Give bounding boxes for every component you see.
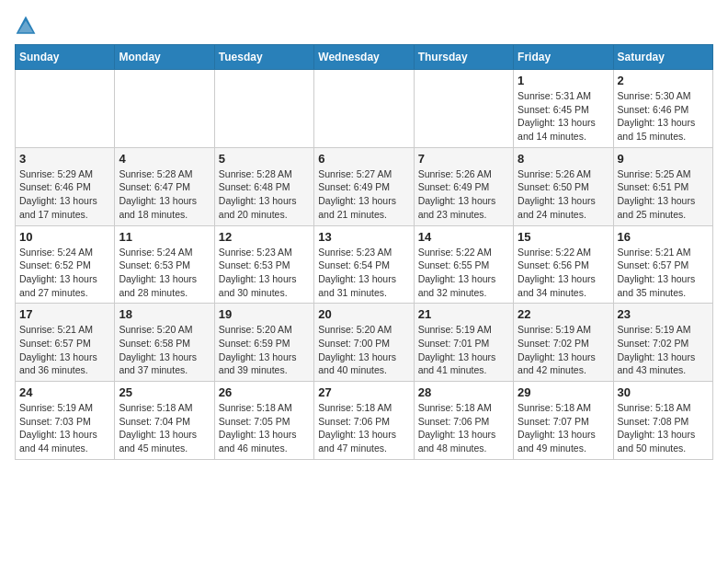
day-detail: Sunrise: 5:19 AM Sunset: 7:03 PM Dayligh… — [19, 401, 110, 455]
day-detail: Sunrise: 5:27 AM Sunset: 6:49 PM Dayligh… — [318, 167, 409, 222]
day-number: 17 — [19, 307, 110, 321]
weekday-header-friday: Friday — [514, 45, 613, 70]
day-number: 15 — [518, 230, 609, 244]
calendar-cell — [314, 70, 414, 148]
day-number: 6 — [318, 152, 409, 166]
day-number: 28 — [418, 385, 509, 399]
day-detail: Sunrise: 5:20 AM Sunset: 6:59 PM Dayligh… — [219, 323, 310, 377]
calendar-cell: 29Sunrise: 5:18 AM Sunset: 7:07 PM Dayli… — [514, 382, 613, 460]
calendar-cell: 30Sunrise: 5:18 AM Sunset: 7:08 PM Dayli… — [613, 382, 712, 460]
day-number: 18 — [119, 307, 210, 321]
weekday-header-monday: Monday — [115, 45, 214, 70]
calendar-cell: 1Sunrise: 5:31 AM Sunset: 6:45 PM Daylig… — [514, 70, 613, 148]
day-number: 25 — [119, 385, 210, 399]
day-number: 13 — [318, 230, 409, 244]
week-row-3: 10Sunrise: 5:24 AM Sunset: 6:52 PM Dayli… — [16, 225, 713, 304]
day-detail: Sunrise: 5:18 AM Sunset: 7:06 PM Dayligh… — [318, 401, 409, 455]
day-detail: Sunrise: 5:24 AM Sunset: 6:52 PM Dayligh… — [19, 246, 110, 300]
day-detail: Sunrise: 5:30 AM Sunset: 6:46 PM Dayligh… — [618, 89, 709, 144]
day-number: 16 — [618, 230, 709, 244]
day-number: 19 — [219, 307, 310, 321]
calendar-cell: 22Sunrise: 5:19 AM Sunset: 7:02 PM Dayli… — [514, 304, 613, 382]
calendar-cell: 17Sunrise: 5:21 AM Sunset: 6:57 PM Dayli… — [16, 304, 115, 382]
day-number: 5 — [219, 152, 310, 166]
week-row-2: 3Sunrise: 5:29 AM Sunset: 6:46 PM Daylig… — [16, 147, 713, 225]
day-detail: Sunrise: 5:26 AM Sunset: 6:49 PM Dayligh… — [418, 167, 509, 222]
day-number: 2 — [618, 74, 709, 87]
calendar-cell: 16Sunrise: 5:21 AM Sunset: 6:57 PM Dayli… — [613, 225, 712, 304]
calendar-cell: 18Sunrise: 5:20 AM Sunset: 6:58 PM Dayli… — [115, 304, 214, 382]
calendar-cell: 26Sunrise: 5:18 AM Sunset: 7:05 PM Dayli… — [214, 382, 313, 460]
day-detail: Sunrise: 5:18 AM Sunset: 7:08 PM Dayligh… — [618, 401, 709, 455]
weekday-header-row: SundayMondayTuesdayWednesdayThursdayFrid… — [16, 45, 713, 70]
day-detail: Sunrise: 5:18 AM Sunset: 7:04 PM Dayligh… — [119, 401, 210, 455]
calendar-cell: 4Sunrise: 5:28 AM Sunset: 6:47 PM Daylig… — [115, 147, 214, 225]
calendar-cell: 23Sunrise: 5:19 AM Sunset: 7:02 PM Dayli… — [613, 304, 712, 382]
calendar-cell: 12Sunrise: 5:23 AM Sunset: 6:53 PM Dayli… — [214, 225, 313, 304]
day-detail: Sunrise: 5:20 AM Sunset: 6:58 PM Dayligh… — [119, 323, 210, 377]
week-row-5: 24Sunrise: 5:19 AM Sunset: 7:03 PM Dayli… — [16, 382, 713, 460]
calendar-cell: 9Sunrise: 5:25 AM Sunset: 6:51 PM Daylig… — [613, 147, 712, 225]
day-detail: Sunrise: 5:22 AM Sunset: 6:56 PM Dayligh… — [518, 246, 609, 300]
calendar-cell: 8Sunrise: 5:26 AM Sunset: 6:50 PM Daylig… — [514, 147, 613, 225]
day-number: 8 — [518, 152, 609, 166]
day-detail: Sunrise: 5:28 AM Sunset: 6:47 PM Dayligh… — [119, 167, 210, 222]
calendar-cell: 15Sunrise: 5:22 AM Sunset: 6:56 PM Dayli… — [514, 225, 613, 304]
day-detail: Sunrise: 5:24 AM Sunset: 6:53 PM Dayligh… — [119, 246, 210, 300]
day-detail: Sunrise: 5:23 AM Sunset: 6:53 PM Dayligh… — [219, 246, 310, 300]
day-detail: Sunrise: 5:26 AM Sunset: 6:50 PM Dayligh… — [518, 167, 609, 222]
day-number: 10 — [19, 230, 110, 244]
calendar-cell: 21Sunrise: 5:19 AM Sunset: 7:01 PM Dayli… — [414, 304, 513, 382]
calendar-cell — [16, 70, 115, 148]
calendar-cell: 14Sunrise: 5:22 AM Sunset: 6:55 PM Dayli… — [414, 225, 513, 304]
week-row-4: 17Sunrise: 5:21 AM Sunset: 6:57 PM Dayli… — [16, 304, 713, 382]
day-number: 23 — [618, 307, 709, 321]
weekday-header-sunday: Sunday — [16, 45, 115, 70]
day-detail: Sunrise: 5:21 AM Sunset: 6:57 PM Dayligh… — [618, 246, 709, 300]
day-number: 29 — [518, 385, 609, 399]
day-number: 14 — [418, 230, 509, 244]
calendar-cell: 2Sunrise: 5:30 AM Sunset: 6:46 PM Daylig… — [613, 70, 712, 148]
day-number: 24 — [19, 385, 110, 399]
calendar-cell — [214, 70, 313, 148]
calendar-cell: 5Sunrise: 5:28 AM Sunset: 6:48 PM Daylig… — [214, 147, 313, 225]
day-number: 12 — [219, 230, 310, 244]
weekday-header-thursday: Thursday — [414, 45, 513, 70]
day-detail: Sunrise: 5:31 AM Sunset: 6:45 PM Dayligh… — [518, 89, 609, 144]
week-row-1: 1Sunrise: 5:31 AM Sunset: 6:45 PM Daylig… — [16, 70, 713, 148]
calendar-cell — [115, 70, 214, 148]
calendar-cell: 20Sunrise: 5:20 AM Sunset: 7:00 PM Dayli… — [314, 304, 414, 382]
day-detail: Sunrise: 5:18 AM Sunset: 7:05 PM Dayligh… — [219, 401, 310, 455]
day-number: 7 — [418, 152, 509, 166]
day-detail: Sunrise: 5:25 AM Sunset: 6:51 PM Dayligh… — [618, 167, 709, 222]
day-detail: Sunrise: 5:18 AM Sunset: 7:06 PM Dayligh… — [418, 401, 509, 455]
day-number: 30 — [618, 385, 709, 399]
calendar-cell: 19Sunrise: 5:20 AM Sunset: 6:59 PM Dayli… — [214, 304, 313, 382]
calendar-cell: 10Sunrise: 5:24 AM Sunset: 6:52 PM Dayli… — [16, 225, 115, 304]
calendar-cell: 13Sunrise: 5:23 AM Sunset: 6:54 PM Dayli… — [314, 225, 414, 304]
day-detail: Sunrise: 5:22 AM Sunset: 6:55 PM Dayligh… — [418, 246, 509, 300]
calendar-cell: 24Sunrise: 5:19 AM Sunset: 7:03 PM Dayli… — [16, 382, 115, 460]
day-number: 20 — [318, 307, 409, 321]
day-detail: Sunrise: 5:20 AM Sunset: 7:00 PM Dayligh… — [318, 323, 409, 377]
calendar-cell: 3Sunrise: 5:29 AM Sunset: 6:46 PM Daylig… — [16, 147, 115, 225]
logo — [15, 15, 40, 37]
day-number: 22 — [518, 307, 609, 321]
day-detail: Sunrise: 5:19 AM Sunset: 7:02 PM Dayligh… — [618, 323, 709, 377]
day-detail: Sunrise: 5:23 AM Sunset: 6:54 PM Dayligh… — [318, 246, 409, 300]
day-number: 11 — [119, 230, 210, 244]
day-detail: Sunrise: 5:29 AM Sunset: 6:46 PM Dayligh… — [19, 167, 110, 222]
day-detail: Sunrise: 5:19 AM Sunset: 7:02 PM Dayligh… — [518, 323, 609, 377]
calendar-cell: 7Sunrise: 5:26 AM Sunset: 6:49 PM Daylig… — [414, 147, 513, 225]
day-number: 21 — [418, 307, 509, 321]
weekday-header-tuesday: Tuesday — [214, 45, 313, 70]
calendar-cell — [414, 70, 513, 148]
day-number: 4 — [119, 152, 210, 166]
day-number: 26 — [219, 385, 310, 399]
day-number: 9 — [618, 152, 709, 166]
day-detail: Sunrise: 5:19 AM Sunset: 7:01 PM Dayligh… — [418, 323, 509, 377]
calendar-cell: 28Sunrise: 5:18 AM Sunset: 7:06 PM Dayli… — [414, 382, 513, 460]
day-number: 27 — [318, 385, 409, 399]
calendar-table: SundayMondayTuesdayWednesdayThursdayFrid… — [15, 44, 713, 460]
day-detail: Sunrise: 5:18 AM Sunset: 7:07 PM Dayligh… — [518, 401, 609, 455]
